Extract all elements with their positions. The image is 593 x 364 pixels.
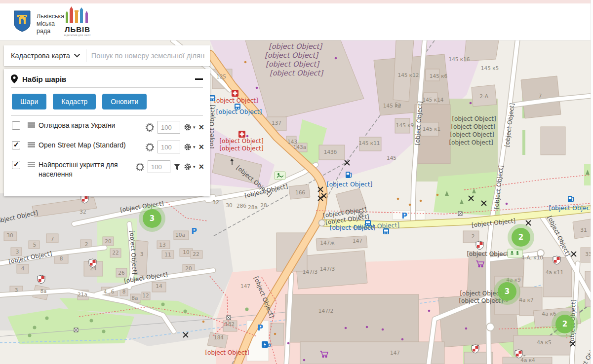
- building-number: 5: [33, 242, 37, 248]
- building-number: 3: [15, 287, 18, 293]
- gear-icon[interactable]: [184, 123, 192, 131]
- lviv-coat-of-arms: [14, 10, 31, 32]
- cluster-count: 3: [150, 214, 155, 223]
- app-window: [object Object] [object Object] [object …: [0, 0, 593, 364]
- opacity-icon[interactable]: [146, 143, 154, 151]
- building: [541, 127, 565, 155]
- building-number: 28б: [237, 203, 246, 209]
- building-number: 145: [387, 155, 396, 161]
- layer-label: Open Street Map (Standard): [39, 141, 131, 150]
- building-number: 4а к6: [542, 311, 556, 317]
- landuse-label: [object Object]: [266, 60, 320, 69]
- building-number: 32: [212, 199, 219, 205]
- drag-handle-icon[interactable]: [28, 142, 35, 144]
- building-number: 182: [225, 321, 235, 327]
- building-number: 3: [16, 249, 19, 255]
- filter-funnel-icon[interactable]: [174, 164, 180, 170]
- building-number: 143б: [324, 149, 337, 155]
- building-number: 125: [216, 73, 226, 79]
- page-scrollbar[interactable]: [591, 0, 593, 364]
- landuse-label: [object Object]: [269, 42, 323, 51]
- building-number: 147ж: [320, 240, 335, 246]
- building-number: 145 к1: [423, 126, 440, 132]
- layer-row-osm: Open Street Map (Standard) ▾ ×: [4, 136, 210, 155]
- cluster-count: 2: [518, 233, 523, 242]
- building-number: 26: [118, 270, 125, 276]
- opacity-icon[interactable]: [146, 123, 154, 132]
- panel-title-row: Набір шарів: [4, 69, 210, 87]
- poi-label: [object Object]: [205, 349, 249, 356]
- page-header: Львівська міська рада ЛЬВІВ ВІДКРИТИЙ ДЛ…: [0, 3, 593, 40]
- building: [270, 323, 284, 345]
- gear-icon[interactable]: [184, 143, 192, 151]
- building-number: 2: [85, 241, 88, 247]
- poi-label: [object Object]: [214, 97, 258, 104]
- parking-lot: [393, 211, 425, 219]
- building-number: 20: [105, 238, 111, 244]
- opacity-input[interactable]: [158, 121, 180, 134]
- building-number: 13: [159, 242, 165, 248]
- layer-checkbox[interactable]: [12, 121, 20, 130]
- layer-row-shelters: Найпростіші укриття для населення ▾ ×: [4, 155, 210, 181]
- opacity-input[interactable]: [148, 160, 170, 173]
- layer-checkbox[interactable]: [12, 141, 20, 149]
- panel-buttons: Шари Кадастр Оновити: [4, 88, 210, 115]
- building-number: 147/3: [303, 269, 317, 275]
- building-number: 147/3: [320, 266, 335, 272]
- remove-layer-icon[interactable]: ×: [198, 143, 204, 151]
- building-number: 14: [156, 283, 162, 289]
- lviv-logo-word: ЛЬВІВ: [58, 25, 97, 34]
- drag-handle-icon[interactable]: [28, 122, 35, 124]
- map-type-select[interactable]: Кадастрова карта: [4, 45, 86, 66]
- building-number: 28: [260, 202, 267, 208]
- building-number: 31: [580, 227, 587, 233]
- building-number: 145 к12: [397, 72, 419, 78]
- gear-caret-icon[interactable]: ▾: [193, 145, 196, 149]
- building-number: 10: [183, 249, 189, 255]
- opacity-input[interactable]: [158, 141, 180, 153]
- collapse-panel-button[interactable]: [195, 78, 203, 80]
- building-number: 166: [295, 189, 305, 195]
- refresh-button[interactable]: Оновити: [102, 94, 147, 109]
- poi-label: [object Object]: [219, 138, 263, 145]
- gear-caret-icon[interactable]: ▾: [193, 125, 196, 130]
- chevron-down-icon: [74, 54, 80, 58]
- lviv-logo-tagline: ВІДКРИТИЙ ДЛЯ СВІТУ: [58, 34, 97, 36]
- building-number: 4а к4: [520, 357, 535, 363]
- leisure-icon: [275, 172, 285, 180]
- building-number: 5а: [395, 102, 401, 108]
- building-number: 6: [111, 289, 115, 294]
- layer-controls: ▾ ×: [136, 160, 204, 173]
- landuse-label: [object Object]: [265, 51, 319, 60]
- gear-icon[interactable]: [184, 163, 192, 171]
- building-number: 145 к9: [396, 122, 414, 128]
- parking-icon: P: [257, 323, 263, 332]
- remove-layer-icon[interactable]: ×: [198, 123, 204, 131]
- building-number: 28а: [248, 204, 258, 210]
- map-type-label: Кадастрова карта: [11, 52, 70, 60]
- opacity-icon[interactable]: [136, 163, 144, 171]
- gear-caret-icon[interactable]: ▾: [193, 164, 196, 169]
- landuse-label: [object Object]: [270, 69, 324, 77]
- remove-layer-icon[interactable]: ×: [198, 163, 204, 171]
- building-number: 2: [472, 233, 475, 239]
- building-number: 145 к11: [358, 140, 380, 146]
- building-number: 8а: [131, 295, 138, 301]
- layers-button[interactable]: Шари: [12, 94, 46, 109]
- layer-row-overview-map: Оглядова карта України ▾ ×: [4, 116, 210, 136]
- building-number: 137: [272, 120, 281, 126]
- parcel-search-input[interactable]: [86, 52, 210, 60]
- lviv-towers-icon: [65, 6, 90, 23]
- drag-handle-icon[interactable]: [28, 162, 35, 163]
- complex-label: [object Object]: [449, 139, 493, 146]
- mini-roundabout: [319, 220, 325, 226]
- building-number: 4-А, к10: [521, 255, 543, 260]
- building-number: 7: [539, 93, 542, 99]
- building-number: 10а: [175, 232, 185, 238]
- complex-label: [object Object]: [452, 115, 496, 122]
- building-number: 8: [60, 255, 63, 261]
- layer-checkbox[interactable]: [12, 161, 20, 169]
- building-number: 4а к7: [519, 297, 533, 303]
- building-number: 12: [142, 292, 149, 298]
- cadastre-button[interactable]: Кадастр: [53, 94, 96, 109]
